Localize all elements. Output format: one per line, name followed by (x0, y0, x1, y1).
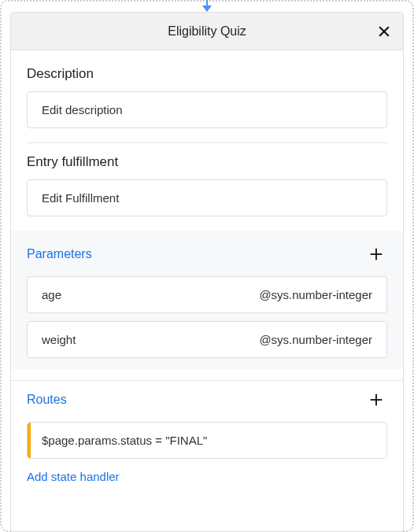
parameter-type: @sys.number-integer (259, 288, 372, 301)
panel-header: Eligibility Quiz (11, 13, 403, 50)
parameters-section: Parameters age @sys.number-integer weigh… (11, 231, 403, 369)
parameter-row[interactable]: weight @sys.number-integer (27, 321, 387, 358)
close-button[interactable] (373, 20, 395, 42)
routes-heading[interactable]: Routes (27, 393, 67, 407)
parameters-heading[interactable]: Parameters (27, 247, 92, 261)
close-icon (376, 24, 392, 39)
description-section: Description Edit description (27, 66, 387, 128)
routes-header-row: Routes (27, 389, 387, 411)
divider (27, 142, 387, 143)
parameter-name: weight (42, 333, 76, 346)
add-route-button[interactable] (365, 389, 387, 411)
entry-fulfillment-label: Entry fulfillment (27, 154, 387, 170)
add-parameter-button[interactable] (365, 243, 387, 265)
plus-icon (368, 246, 385, 263)
panel-title: Eligibility Quiz (168, 24, 246, 39)
parameter-type: @sys.number-integer (259, 333, 372, 346)
route-condition: $page.params.status = "FINAL" (42, 434, 207, 447)
edit-description-field[interactable]: Edit description (27, 91, 387, 128)
parameters-header-row: Parameters (27, 243, 387, 265)
description-label: Description (27, 66, 387, 82)
svg-marker-1 (202, 6, 212, 12)
panel-body: Description Edit description Entry fulfi… (11, 50, 403, 494)
routes-section: Routes $page.params.status = "FINAL" (27, 389, 387, 459)
edit-fulfillment-field[interactable]: Edit Fulfillment (27, 179, 387, 216)
divider (11, 380, 403, 381)
plus-icon (368, 391, 385, 408)
add-state-handler-link[interactable]: Add state handler (27, 459, 387, 494)
parameter-row[interactable]: age @sys.number-integer (27, 276, 387, 313)
page-editor-panel: Eligibility Quiz Description Edit descri… (10, 12, 404, 532)
incoming-arrow-icon (199, 0, 215, 13)
parameter-name: age (42, 288, 61, 301)
route-row[interactable]: $page.params.status = "FINAL" (27, 422, 387, 459)
entry-fulfillment-section: Entry fulfillment Edit Fulfillment (27, 154, 387, 216)
